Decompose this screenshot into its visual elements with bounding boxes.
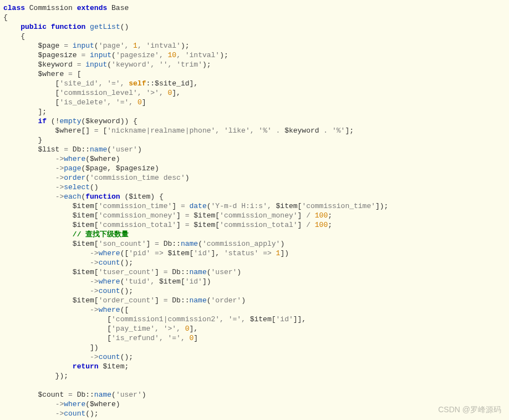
code-line: ]; [3, 107, 509, 117]
code-line: $page = input('page', 1, 'intval'); [3, 41, 509, 50]
code-line [3, 381, 509, 390]
code-line: ->select() [3, 183, 509, 192]
watermark: CSDN @罗峰源码 [438, 405, 501, 414]
code-line: ['site_id', '=', self::$site_id], [3, 79, 509, 88]
code-line: ->where('tuid', $item['id']) [3, 277, 509, 286]
code-line: ->order('commission_time desc') [3, 173, 509, 183]
code-line: ['commission1|commission2', '=', $item['… [3, 315, 509, 324]
code-line: ['commission_level', '>', 0], [3, 88, 509, 98]
code-line: class Commission extends Base [3, 3, 509, 13]
code-line: if (!empty($keyword)) { [3, 117, 509, 126]
code-line: ->count(); [3, 352, 509, 362]
code-line: } [3, 135, 509, 145]
code-line: $count = Db::name('user') [3, 390, 509, 399]
code-line: $where = [ [3, 69, 509, 79]
code-line: // 查找下级数量 [3, 230, 509, 239]
code-line: public function getList() [3, 22, 509, 32]
code-line: ['is_delete', '=', 0] [3, 98, 509, 107]
code-block: class Commission extends Base{ public fu… [3, 3, 509, 418]
code-line: $item['order_count'] = Db::name('order') [3, 296, 509, 305]
code-line: $item['commission_money'] = $item['commi… [3, 211, 509, 220]
code-line: ->count(); [3, 409, 509, 418]
code-line: { [3, 32, 509, 41]
code-line: $pagesize = input('pagesize', 10, 'intva… [3, 50, 509, 60]
code-line: $item['son_count'] = Db::name('commissio… [3, 239, 509, 249]
code-line: $where[] = ['nickname|realname|phone', '… [3, 126, 509, 135]
code-line: $keyword = input('keyword', '', 'trim'); [3, 60, 509, 69]
code-line: return $item; [3, 362, 509, 371]
code-line: ['pay_time', '>', 0], [3, 324, 509, 333]
code-line: $item['tuser_count'] = Db::name('user') [3, 267, 509, 277]
code-line: }); [3, 371, 509, 381]
code-line: ->count(); [3, 286, 509, 296]
code-line: ->each(function ($item) { [3, 192, 509, 201]
code-line: ->where($where) [3, 399, 509, 409]
code-line: $item['commission_time'] = date('Y-m-d H… [3, 201, 509, 211]
code-line: { [3, 13, 509, 22]
code-line: ->where([ [3, 305, 509, 315]
code-line: ['is_refund', '=', 0] [3, 333, 509, 343]
code-line: ->where(['pid' => $item['id'], 'status' … [3, 249, 509, 258]
code-line: ->count(); [3, 258, 509, 267]
code-line: $list = Db::name('user') [3, 145, 509, 154]
code-line: ->page($page, $pagesize) [3, 164, 509, 173]
code-line: $item['commission_total'] = $item['commi… [3, 220, 509, 230]
code-line: ]) [3, 343, 509, 352]
code-line: ->where($where) [3, 154, 509, 164]
